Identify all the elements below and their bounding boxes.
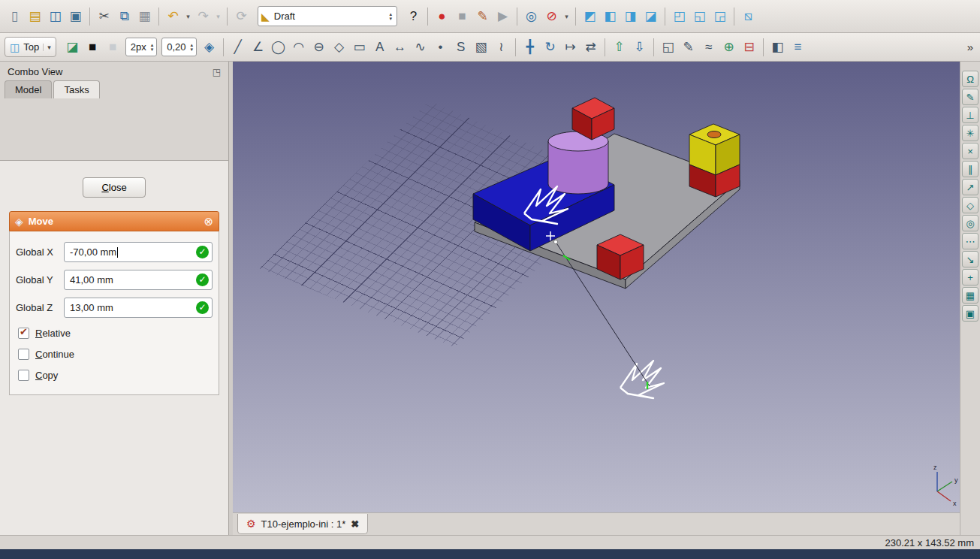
- tab-close-icon[interactable]: ✖: [351, 518, 359, 530]
- macro-record-button[interactable]: ●: [432, 6, 452, 26]
- front-view-button[interactable]: ◧: [600, 6, 620, 26]
- chevron-down-icon[interactable]: ▾: [43, 44, 51, 51]
- new-file-button[interactable]: ▯: [5, 6, 25, 26]
- wire-tool[interactable]: ∠: [248, 37, 268, 57]
- field-input[interactable]: 13,00 mm ✓: [64, 298, 213, 318]
- wire-to-bspline-tool[interactable]: ≈: [698, 37, 719, 57]
- rectangle-tool[interactable]: ▭: [349, 37, 369, 57]
- arc-tool[interactable]: ◠: [288, 37, 309, 57]
- scale-spinner[interactable]: 0,20 ▴ ▾: [161, 38, 197, 56]
- bspline-tool[interactable]: ∿: [410, 37, 430, 57]
- copy-checkbox[interactable]: ✔ Copy: [18, 370, 213, 381]
- snap-perpendicular-button[interactable]: ⊥: [962, 107, 978, 123]
- downgrade-tool[interactable]: ⇩: [629, 37, 650, 57]
- snap-near-button[interactable]: ↗: [962, 179, 978, 195]
- left-view-button[interactable]: ◲: [710, 6, 730, 26]
- snap-center-button[interactable]: ◎: [962, 215, 978, 231]
- tab-tasks[interactable]: Tasks: [53, 80, 99, 98]
- close-button[interactable]: Close: [83, 177, 145, 198]
- snap-ortho-button[interactable]: ↘: [962, 251, 978, 267]
- dimension-tool[interactable]: ↔: [390, 37, 410, 57]
- refresh-button[interactable]: ⟳: [231, 6, 252, 26]
- spin-down-icon[interactable]: ▾: [389, 17, 392, 21]
- offset-tool[interactable]: ↦: [560, 37, 580, 57]
- redo-button[interactable]: ↷: [193, 6, 213, 26]
- snap-lock-button[interactable]: Ω: [962, 71, 978, 87]
- right-view-button[interactable]: ◪: [641, 6, 661, 26]
- facebinder-tool[interactable]: ▧: [471, 37, 491, 57]
- checkbox[interactable]: ✔: [18, 328, 29, 339]
- select-plane-button[interactable]: ◪: [62, 37, 83, 57]
- float-panel-icon[interactable]: ◳: [213, 67, 221, 77]
- paste-button[interactable]: ▦: [134, 6, 155, 26]
- field-input[interactable]: -70,00 mm ✓: [64, 242, 213, 262]
- workbench-spinner[interactable]: ▴ ▾: [387, 12, 394, 21]
- copy-button[interactable]: ⧉: [114, 6, 134, 26]
- snap-special-button[interactable]: ⋯: [962, 233, 978, 249]
- spin-down-icon[interactable]: ▾: [191, 47, 194, 52]
- snap-dimensions-button[interactable]: ▣: [962, 305, 978, 322]
- view-select-button[interactable]: ◫ Top ▾: [5, 37, 56, 57]
- axonometric-view-button[interactable]: ◩: [580, 6, 600, 26]
- whatsthis-button[interactable]: ?: [403, 6, 424, 26]
- top-view-button[interactable]: ◨: [620, 6, 641, 26]
- line-width-spinner[interactable]: 2px ▴ ▾: [125, 38, 157, 56]
- ellipse-tool[interactable]: ⊖: [309, 37, 329, 57]
- trimex-tool[interactable]: ⇄: [580, 37, 601, 57]
- snap-grid-button[interactable]: ▦: [962, 287, 978, 304]
- continue-checkbox[interactable]: ✔ Continue: [18, 349, 213, 360]
- snap-extension-button[interactable]: ◇: [962, 197, 978, 213]
- task-close-icon[interactable]: ⊗: [204, 215, 213, 228]
- rear-view-button[interactable]: ◰: [669, 6, 689, 26]
- draw-style-button[interactable]: ⊘: [541, 6, 562, 26]
- point-tool[interactable]: •: [430, 37, 451, 57]
- relative-checkbox[interactable]: ✔ Relative: [18, 328, 213, 339]
- measure-button[interactable]: ⧅: [738, 6, 758, 26]
- snap-endpoint-button[interactable]: ✎: [962, 89, 978, 105]
- document-tab[interactable]: ⚙ T10-ejemplo-ini : 1* ✖: [237, 514, 368, 534]
- circle-tool[interactable]: ◯: [268, 37, 288, 57]
- scale-tool[interactable]: ◱: [658, 37, 678, 57]
- snap-parallel-button[interactable]: ∥: [962, 161, 978, 177]
- snap-intersection-button[interactable]: ×: [962, 143, 978, 159]
- undo-button[interactable]: ↶: [163, 6, 183, 26]
- bottom-view-button[interactable]: ◱: [689, 6, 710, 26]
- slope-tool[interactable]: ≡: [788, 37, 808, 57]
- workbench-selector[interactable]: ◣ Draft ▴ ▾: [258, 6, 397, 26]
- edit-tool[interactable]: ✎: [678, 37, 698, 57]
- save-button[interactable]: ◫: [45, 6, 65, 26]
- shape-2d-view-tool[interactable]: ◧: [767, 37, 788, 57]
- shapestring-tool[interactable]: S: [451, 37, 471, 57]
- snap-angle-button[interactable]: ✳: [962, 125, 978, 141]
- checkbox[interactable]: ✔: [18, 370, 29, 381]
- toolbar-overflow-button[interactable]: »: [967, 41, 975, 53]
- cut-button[interactable]: ✂: [94, 6, 114, 26]
- macro-play-button[interactable]: ▶: [493, 6, 513, 26]
- 3d-viewport[interactable]: x y z: [233, 62, 960, 512]
- undo-dropdown[interactable]: ▾: [183, 6, 193, 26]
- print-button[interactable]: ▣: [65, 6, 86, 26]
- line-tool[interactable]: ╱: [228, 37, 248, 57]
- tab-model[interactable]: Model: [5, 80, 52, 98]
- macro-stop-button[interactable]: ■: [452, 6, 472, 26]
- line-color-swatch[interactable]: ■: [83, 37, 103, 57]
- upgrade-tool[interactable]: ⇧: [609, 37, 629, 57]
- macro-edit-button[interactable]: ✎: [472, 6, 493, 26]
- delete-point-tool[interactable]: ⊟: [739, 37, 759, 57]
- redo-dropdown[interactable]: ▾: [213, 6, 223, 26]
- rotate-tool[interactable]: ↻: [540, 37, 560, 57]
- spin-down-icon[interactable]: ▾: [151, 47, 154, 52]
- zoom-fit-button[interactable]: ◎: [521, 6, 541, 26]
- apply-style-button[interactable]: ◈: [199, 37, 219, 57]
- draw-style-dropdown[interactable]: ▾: [562, 6, 571, 26]
- bezier-tool[interactable]: ≀: [491, 37, 511, 57]
- snap-working-plane-button[interactable]: +: [962, 269, 978, 286]
- move-tool[interactable]: ╋: [520, 37, 540, 57]
- add-point-tool[interactable]: ⊕: [719, 37, 739, 57]
- field-input[interactable]: 41,00 mm ✓: [64, 270, 213, 290]
- face-color-swatch[interactable]: ■: [103, 37, 123, 57]
- checkbox[interactable]: ✔: [18, 349, 29, 360]
- open-file-button[interactable]: ▤: [25, 6, 45, 26]
- polygon-tool[interactable]: ◇: [329, 37, 349, 57]
- text-tool[interactable]: A: [369, 37, 390, 57]
